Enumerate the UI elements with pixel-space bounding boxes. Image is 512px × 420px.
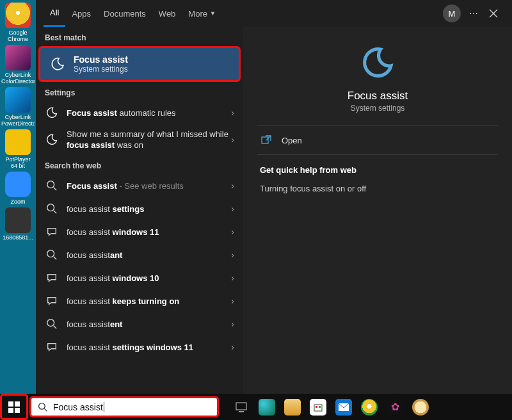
tab-web[interactable]: Web [152,0,182,27]
detail-subtitle: System settings [351,104,405,113]
user-avatar[interactable]: M [443,4,461,22]
svg-rect-19 [314,405,322,411]
section-best-match: Best match [36,27,243,46]
web-result[interactable]: focus assistent › [36,312,243,335]
taskbar-app-store[interactable] [307,396,329,419]
start-button[interactable] [0,394,28,420]
taskbar-app-chrome[interactable] [358,396,380,419]
svg-line-5 [54,211,57,214]
desktop-icon[interactable]: CyberLink PowerDirector [3,87,33,127]
search-flyout: All Apps Documents Web More▼ M ⋯ Best ma… [36,0,512,394]
taskbar-app-task-view[interactable] [230,396,252,419]
desktop-icon[interactable]: Google Chrome [3,3,33,42]
svg-point-8 [47,319,54,327]
chevron-right-icon: › [231,204,234,214]
chevron-right-icon: › [231,296,234,306]
chevron-right-icon: › [231,250,234,260]
section-search-web: Search the web [36,155,243,174]
taskbar-app-mail[interactable] [333,396,355,419]
desktop-icon[interactable]: Zoom [3,172,33,205]
taskbar-app-file-explorer[interactable] [282,396,303,419]
chevron-right-icon: › [231,319,234,329]
web-result[interactable]: focus assist windows 11 › [36,220,243,243]
chevron-right-icon: › [231,273,234,283]
svg-line-9 [54,326,57,329]
quick-help-heading: Get quick help from web [257,155,498,181]
svg-point-2 [47,181,54,188]
svg-rect-14 [15,408,20,413]
svg-line-3 [54,188,57,191]
search-value: Focus assist [53,402,103,412]
web-result[interactable]: Focus assist - See web results › [36,174,243,197]
svg-rect-21 [319,406,321,408]
desktop-icon[interactable]: CyberLink ColorDirector [3,45,33,85]
chevron-right-icon: › [231,181,234,191]
search-icon [45,179,59,193]
tab-more[interactable]: More▼ [182,0,222,27]
quick-help-link[interactable]: Turning focus assist on or off [257,181,498,196]
taskbar-app-paint[interactable] [410,396,431,419]
open-icon [260,135,273,145]
search-icon [45,202,59,216]
chevron-right-icon: › [231,108,234,118]
best-match-result[interactable]: Focus assist System settings [38,46,241,82]
section-settings: Settings [36,82,243,101]
detail-pane: Focus assist System settings Open Get qu… [243,27,512,394]
svg-point-15 [39,403,45,409]
search-icon [38,402,48,412]
settings-result[interactable]: Show me a summary of what I missed while… [36,124,243,155]
chevron-down-icon: ▼ [210,10,216,17]
settings-result[interactable]: Focus assist automatic rules › [36,101,243,124]
svg-rect-13 [8,408,13,413]
web-result[interactable]: focus assist windows 10 › [36,266,243,289]
web-result[interactable]: focus assistant › [36,243,243,266]
chevron-right-icon: › [231,342,234,352]
svg-line-16 [44,408,47,411]
open-label: Open [282,136,302,145]
chevron-right-icon: › [231,134,234,145]
moon-icon [360,45,396,81]
search-icon [45,248,59,262]
chat-icon [45,294,59,308]
web-result[interactable]: focus assist settings windows 11 › [36,335,243,359]
windows-logo-icon [8,401,20,413]
web-result[interactable]: focus assist settings › [36,197,243,220]
tab-apps[interactable]: Apps [65,0,97,27]
moon-icon [49,56,66,72]
svg-line-7 [54,257,57,260]
desktop-icon[interactable]: 16808581... [3,207,33,241]
open-action[interactable]: Open [257,126,498,154]
svg-rect-12 [15,401,20,407]
more-options-button[interactable]: ⋯ [465,4,483,22]
svg-rect-10 [262,137,268,143]
chat-icon [45,340,59,354]
moon-icon [45,106,59,120]
moon-icon [45,133,59,147]
taskbar: Focus assist ✿ [0,394,512,420]
svg-rect-11 [8,401,13,407]
taskbar-app-generic-1[interactable]: ✿ [384,396,406,419]
task-view-icon [235,401,248,414]
svg-rect-17 [236,403,246,410]
close-button[interactable] [483,4,504,22]
svg-rect-20 [316,406,317,408]
tab-all[interactable]: All [44,0,65,27]
tab-documents[interactable]: Documents [97,0,152,27]
chat-icon [45,225,59,239]
taskbar-pinned-apps: ✿ [230,396,431,419]
search-icon [45,317,59,331]
detail-title: Focus assist [348,90,408,102]
best-match-subtitle: System settings [74,65,128,74]
taskbar-search-input[interactable]: Focus assist [29,396,219,417]
desktop-icon-column: Google Chrome CyberLink ColorDirector Cy… [0,0,36,394]
svg-point-6 [47,250,54,257]
close-icon [489,9,498,18]
chevron-right-icon: › [231,227,234,237]
svg-point-4 [47,204,54,211]
web-result[interactable]: focus assist keeps turning on › [36,289,243,312]
search-scope-tabs: All Apps Documents Web More▼ M ⋯ [36,0,512,27]
text-cursor [104,402,104,412]
results-list: Best match Focus assist System settings … [36,27,243,394]
desktop-icon[interactable]: PotPlayer 64 bit [3,129,33,169]
taskbar-app-edge[interactable] [256,396,278,419]
